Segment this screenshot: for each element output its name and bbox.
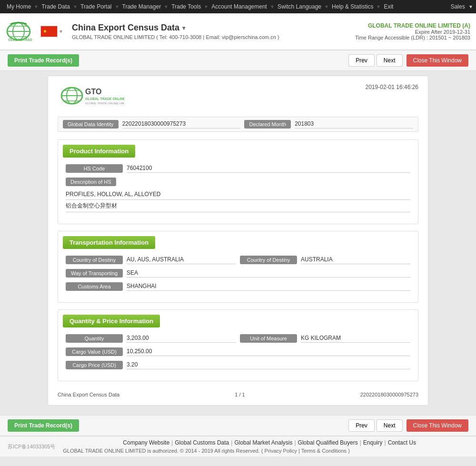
customs-area-row: Customs Area SHANGHAI <box>66 282 410 291</box>
prev-button-bottom[interactable]: Prev <box>348 419 375 432</box>
bottom-action-bar: Print Trade Record(s) Prev Next Close Th… <box>0 415 476 436</box>
nav-trade-portal[interactable]: Trade Portal <box>78 0 115 13</box>
transportation-section-body: Country of Destiny AU, AUS, AUSTRALIA Co… <box>58 253 418 302</box>
company-link[interactable]: GLOBAL TRADE ONLINE LIMITED (A) <box>355 22 470 29</box>
nav-buttons-bottom: Prev Next <box>348 419 402 432</box>
header-right: GLOBAL TRADE ONLINE LIMITED (A) Expire A… <box>355 22 470 40</box>
footer-contact-us[interactable]: Contact Us <box>388 439 416 446</box>
product-section-body: HS Code 76042100 Description of HS PROFI… <box>58 161 418 224</box>
footer-global-market-analysis[interactable]: Global Market Analysis <box>234 439 292 446</box>
country-dest-label: Country of Destiny <box>66 256 123 264</box>
nav-trade-data[interactable]: Trade Data <box>39 0 73 13</box>
prev-button-top[interactable]: Prev <box>348 54 375 67</box>
flag-dropdown-icon[interactable]: ▾ <box>60 28 62 35</box>
quantity-section-header: Quantity & Price Information <box>63 315 160 327</box>
next-button-top[interactable]: Next <box>377 54 403 67</box>
customs-label: Customs Area <box>66 282 123 291</box>
nav-switch-language[interactable]: Switch Language <box>275 0 324 13</box>
svg-text:GLOBAL TRADE ONLINE: GLOBAL TRADE ONLINE <box>85 97 124 100</box>
footer-copyright: GLOBAL TRADE ONLINE LIMITED is authorize… <box>63 448 476 454</box>
svg-text:GLOBAL TRADE ONLINE LIMITED: GLOBAL TRADE ONLINE LIMITED <box>8 38 32 41</box>
main-content: GTO GLOBAL TRADE ONLINE GLOBAL TRADE ONL… <box>0 71 476 415</box>
close-button-bottom[interactable]: Close This Window <box>407 419 468 432</box>
top-action-bar: Print Trade Record(s) Prev Next Close Th… <box>0 50 476 71</box>
unit-value: KG KILOGRAM <box>301 335 410 343</box>
nav-exit[interactable]: Exit <box>381 0 396 13</box>
cargo-value-label: Cargo Value (USD) <box>66 347 123 356</box>
record-footer-right: 22022018030000975273 <box>360 392 418 397</box>
quantity-section-body: Quantity 3,203.00 Unit of Measure KG KIL… <box>58 331 418 381</box>
nav-buttons-top: Prev Next <box>348 54 402 67</box>
company-info: GLOBAL TRADE ONLINE LIMITED ( Tel: 400-7… <box>72 34 355 40</box>
nav-help-statistics[interactable]: Help & Statistics <box>329 0 376 13</box>
quantity-section: Quantity & Price Information Quantity 3,… <box>58 309 418 381</box>
declared-month-label: Declared Month <box>244 120 291 129</box>
record-card: GTO GLOBAL TRADE ONLINE GLOBAL TRADE ONL… <box>48 76 428 406</box>
quantity-label: Quantity <box>66 334 123 343</box>
cargo-price-value: 3.20 <box>127 361 410 369</box>
record-footer: China Export Census Data 1 / 1 220220180… <box>58 388 418 397</box>
title-dropdown-icon[interactable]: ▾ <box>182 25 185 31</box>
product-section-header: Product Information <box>63 145 135 158</box>
icp-number: 苏ICP备14033305号 <box>0 441 63 452</box>
print-button-bottom[interactable]: Print Trade Record(s) <box>8 419 79 432</box>
close-button-top[interactable]: Close This Window <box>407 54 468 67</box>
svg-text:GTO: GTO <box>85 88 101 96</box>
title-area: China Export Census Data ▾ GLOBAL TRADE … <box>72 23 355 40</box>
next-button-bottom[interactable]: Next <box>377 419 403 432</box>
country-dest-row: Country of Destiny AU, AUS, AUSTRALIA Co… <box>66 256 410 264</box>
record-footer-left: China Export Census Data <box>58 392 119 397</box>
country-dest-value: AU, AUS, AUSTRALIA <box>127 256 236 264</box>
hs-code-value: 76042100 <box>127 165 410 173</box>
china-flag: ★ <box>40 26 58 37</box>
gto-icon: GLOBAL TRADE ONLINE LIMITED <box>6 21 32 42</box>
global-data-identity-label: Global Data Identity <box>63 120 119 129</box>
nav-trade-manager[interactable]: Trade Manager <box>119 0 164 13</box>
footer-global-customs-data[interactable]: Global Customs Data <box>175 439 229 446</box>
transportation-section-header: Transportation Information <box>63 236 155 249</box>
cargo-price-label: Cargo Price (USD) <box>66 361 123 369</box>
flag-area[interactable]: ★ ▾ <box>40 26 62 37</box>
record-header: GTO GLOBAL TRADE ONLINE GLOBAL TRADE ONL… <box>58 84 418 109</box>
page-title: China Export Census Data ▾ <box>72 23 355 33</box>
hs-code-row: HS Code 76042100 <box>66 164 410 173</box>
footer-company-website[interactable]: Company Website <box>123 439 169 446</box>
country-dest2-value: AUSTRALIA <box>301 256 410 264</box>
footer-links-area: Company Website | Global Customs Data | … <box>63 439 476 454</box>
record-logo: GTO GLOBAL TRADE ONLINE GLOBAL TRADE ONL… <box>58 84 124 109</box>
description-en-value: PROFILES, HOLLOW, AL, ALLOYED <box>66 189 410 200</box>
way-label: Way of Transporting <box>66 269 123 278</box>
description-cn-value: 铝合金制空心异型材 <box>66 200 410 212</box>
expire-date: Expire After 2019-12-31 <box>355 29 470 35</box>
footer-global-qualified-buyers[interactable]: Global Qualified Buyers <box>298 439 358 446</box>
svg-text:GLOBAL TRADE ONLINE LIMITED: GLOBAL TRADE ONLINE LIMITED <box>85 102 124 105</box>
footer-enquiry[interactable]: Enquiry <box>363 439 383 446</box>
top-nav: My Home ▾ Trade Data ▾ Trade Portal ▾ Tr… <box>0 0 476 13</box>
way-value: SEA <box>127 269 410 278</box>
nav-trade-tools[interactable]: Trade Tools <box>169 0 204 13</box>
description-row: Description of HS PROFILES, HOLLOW, AL, … <box>66 178 410 212</box>
identity-row: Global Data Identity 2202201803000097527… <box>58 117 418 132</box>
nav-account-management[interactable]: Account Management <box>208 0 270 13</box>
nav-right-sales: Sales ▾ <box>448 0 472 13</box>
record-timestamp: 2019-02-01 16:46:26 <box>366 84 418 90</box>
hs-code-label: HS Code <box>66 164 123 173</box>
print-button-top[interactable]: Print Trade Record(s) <box>8 54 79 67</box>
unit-label: Unit of Measure <box>240 334 297 343</box>
header-bar: GLOBAL TRADE ONLINE LIMITED ★ ▾ China Ex… <box>0 13 476 50</box>
nav-my-home[interactable]: My Home <box>4 0 34 13</box>
cargo-price-row: Cargo Price (USD) 3.20 <box>66 361 410 369</box>
product-section: Product Information HS Code 76042100 Des… <box>58 139 418 224</box>
footer-links: Company Website | Global Customs Data | … <box>63 439 476 446</box>
quantity-value: 3,203.00 <box>127 335 236 343</box>
description-label: Description of HS <box>66 178 116 186</box>
declared-month-value: 201803 <box>295 120 413 129</box>
quantity-row: Quantity 3,203.00 Unit of Measure KG KIL… <box>66 334 410 343</box>
ldr-range: Time Range Accessible (LDR) : 201501 ~ 2… <box>355 35 470 40</box>
way-transporting-row: Way of Transporting SEA <box>66 269 410 278</box>
record-footer-center: 1 / 1 <box>235 392 245 397</box>
cargo-value-value: 10,250.00 <box>127 348 410 356</box>
gto-logo: GLOBAL TRADE ONLINE LIMITED <box>6 21 35 42</box>
logo-area: GLOBAL TRADE ONLINE LIMITED <box>6 21 35 42</box>
country-dest2-label: Country of Destiny <box>240 256 297 264</box>
